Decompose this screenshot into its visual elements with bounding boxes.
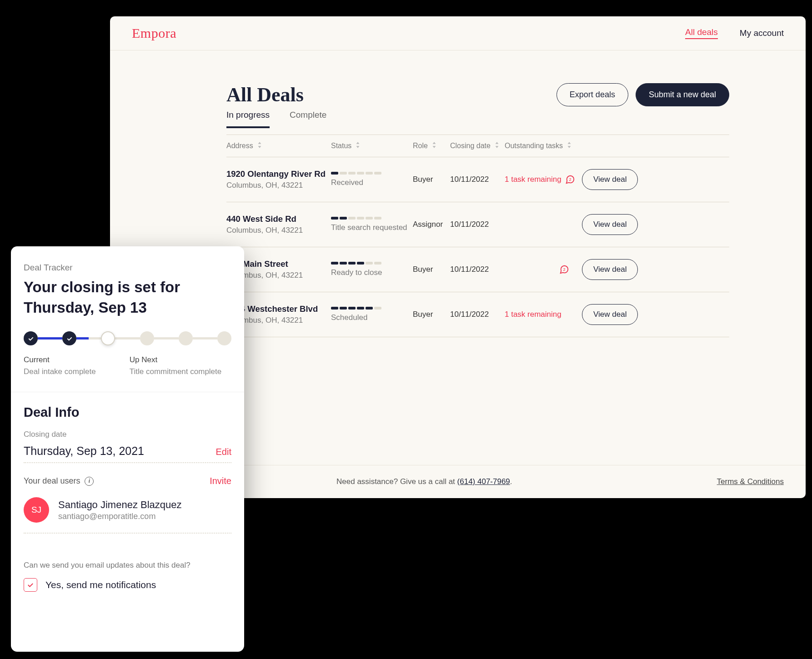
deal-role: Buyer xyxy=(413,265,450,274)
status-bar xyxy=(331,262,413,265)
table-row: 440 West Side RdColumbus, OH, 43221Title… xyxy=(226,202,729,247)
terms-link[interactable]: Terms & Conditions xyxy=(717,477,784,486)
export-deals-button[interactable]: Export deals xyxy=(556,83,628,106)
brand-logo: Empora xyxy=(132,25,176,41)
deal-address: 1920 Olentangy River Rd xyxy=(226,169,331,179)
svg-text:2: 2 xyxy=(569,177,571,182)
status-label: Scheduled xyxy=(331,313,413,322)
comment-bubble-icon[interactable]: 2 xyxy=(565,175,575,185)
deal-city: Columbus, OH, 43221 xyxy=(226,226,331,235)
assist-text: Need assistance? Give us a call at (614)… xyxy=(336,477,512,486)
notification-label: Yes, send me notifications xyxy=(45,579,156,590)
avatar: SJ xyxy=(24,497,49,523)
view-deal-button[interactable]: View deal xyxy=(582,214,638,235)
svg-text:2: 2 xyxy=(563,267,565,272)
status-bar xyxy=(331,172,413,175)
submit-new-deal-button[interactable]: Submit a new deal xyxy=(636,83,729,106)
closing-date-value: Thursday, Sep 13, 2021 xyxy=(24,444,144,458)
next-label: Up Next xyxy=(130,355,221,364)
status-label: Ready to close xyxy=(331,268,413,277)
status-label: Title search requested xyxy=(331,223,413,232)
nav-all-deals[interactable]: All deals xyxy=(685,27,718,39)
deal-tasks: 1 task remaining xyxy=(505,310,582,319)
deal-address: 440 West Side Rd xyxy=(226,214,331,224)
deal-city: Columbus, OH, 43221 xyxy=(226,181,331,190)
page-header: All Deals Export deals Submit a new deal xyxy=(226,83,729,106)
deal-closing: 10/11/2022 xyxy=(450,310,505,319)
sort-icon xyxy=(431,141,437,150)
status-bar xyxy=(331,217,413,220)
table-row: 1234 Westchester BlvdColumbus, OH, 43221… xyxy=(226,292,729,337)
page-title: All Deals xyxy=(226,83,304,106)
step-pending xyxy=(179,331,193,345)
card-label: Deal Tracker xyxy=(24,263,231,273)
deal-users-label: Your deal users i xyxy=(24,476,94,486)
phone-link[interactable]: (614) 407-7969 xyxy=(457,477,510,486)
sort-icon xyxy=(257,141,262,150)
user-name: Santiago Jimenez Blazquez xyxy=(58,499,182,511)
tabs: In progress Complete xyxy=(226,110,729,128)
status-bar xyxy=(331,307,413,310)
current-label: Current xyxy=(24,355,96,364)
col-address[interactable]: Address xyxy=(226,141,331,150)
current-value: Deal intake complete xyxy=(24,367,96,376)
step-done xyxy=(62,331,76,345)
user-card: SJ Santiago Jimenez Blazquez santiago@em… xyxy=(24,497,231,534)
deal-tasks: 2 xyxy=(505,265,582,275)
comment-bubble-icon[interactable]: 2 xyxy=(559,265,569,275)
status-label: Received xyxy=(331,178,413,187)
table-header: Address Status Role Closing date Outstan… xyxy=(226,135,729,157)
deals-table: Address Status Role Closing date Outstan… xyxy=(226,135,729,337)
top-nav: All deals My account xyxy=(685,27,784,39)
deal-role: Buyer xyxy=(413,310,450,319)
view-deal-button[interactable]: View deal xyxy=(582,304,638,325)
deal-role: Buyer xyxy=(413,175,450,184)
deal-closing: 10/11/2022 xyxy=(450,220,505,229)
sort-icon xyxy=(355,141,361,150)
step-done xyxy=(24,331,38,345)
deal-role: Assignor xyxy=(413,220,450,229)
step-pending xyxy=(140,331,154,345)
deal-closing: 10/11/2022 xyxy=(450,265,505,274)
col-status[interactable]: Status xyxy=(331,141,413,150)
step-pending xyxy=(217,331,231,345)
deal-info-title: Deal Info xyxy=(24,405,231,420)
deal-closing: 10/11/2022 xyxy=(450,175,505,184)
step-current xyxy=(101,331,115,345)
sort-icon xyxy=(566,141,572,150)
next-value: Title commitment complete xyxy=(130,367,221,376)
view-deal-button[interactable]: View deal xyxy=(582,259,638,280)
closing-date-label: Closing date xyxy=(24,430,231,439)
view-deal-button[interactable]: View deal xyxy=(582,169,638,190)
deal-tasks: 1 task remaining2 xyxy=(505,175,582,185)
progress-stepper xyxy=(24,331,231,345)
notification-checkbox[interactable] xyxy=(24,578,37,592)
nav-my-account[interactable]: My account xyxy=(740,28,784,38)
notification-question: Can we send you email updates about this… xyxy=(24,561,231,570)
sort-icon xyxy=(494,141,500,150)
info-icon[interactable]: i xyxy=(85,477,94,486)
col-tasks[interactable]: Outstanding tasks xyxy=(505,141,582,150)
col-role[interactable]: Role xyxy=(413,141,450,150)
tab-complete[interactable]: Complete xyxy=(290,110,326,128)
topbar: Empora All deals My account xyxy=(110,16,806,50)
edit-link[interactable]: Edit xyxy=(216,447,231,457)
table-row: 1920 Olentangy River RdColumbus, OH, 432… xyxy=(226,157,729,202)
col-closing[interactable]: Closing date xyxy=(450,141,505,150)
invite-link[interactable]: Invite xyxy=(210,476,231,486)
tab-in-progress[interactable]: In progress xyxy=(226,110,270,128)
user-email: santiago@emporatitle.com xyxy=(58,512,182,521)
deal-tracker-card: Deal Tracker Your closing is set for Thu… xyxy=(11,246,244,652)
table-row: 100 Main StreetColumbus, OH, 43221Ready … xyxy=(226,247,729,292)
card-headline: Your closing is set for Thursday, Sep 13 xyxy=(24,277,231,318)
